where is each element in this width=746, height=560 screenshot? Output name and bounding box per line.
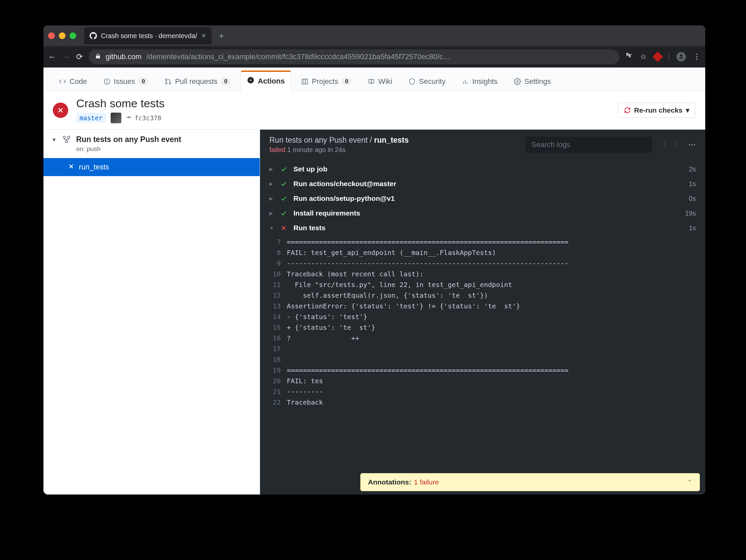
step-row[interactable]: ▶Run actions/checkout@master1s (260, 176, 705, 191)
rerun-checks-button[interactable]: Re-run checks ▾ (618, 102, 696, 118)
separator (669, 53, 669, 61)
new-tab-button[interactable]: + (219, 31, 224, 41)
nav-reload-icon[interactable]: ⟳ (76, 52, 83, 61)
bookmark-star-icon[interactable]: ☆ (640, 53, 647, 61)
url-bar[interactable]: github.com/dementevda/actions_ci_example… (89, 50, 619, 64)
close-tab-icon[interactable]: ✕ (201, 32, 206, 39)
search-logs-input[interactable] (525, 137, 653, 153)
tab-issues-label: Issues (114, 77, 135, 86)
breadcrumb-prefix: Run tests on any Push event / (269, 136, 374, 144)
log-line: 15+ {'status': 'te st'} (260, 322, 705, 333)
line-text: Traceback (most recent call last): (287, 269, 705, 279)
tab-settings-label: Settings (524, 77, 551, 86)
tab-projects-label: Projects (312, 77, 338, 86)
commit-link[interactable]: fc3c378 (126, 114, 162, 122)
profile-icon[interactable] (677, 52, 686, 61)
line-number: 14 (260, 312, 287, 322)
log-line: 9---------------------------------------… (260, 258, 705, 269)
line-number: 9 (260, 258, 287, 269)
disclosure-icon[interactable]: ▶ (269, 181, 274, 186)
window-minimize-icon[interactable] (59, 32, 65, 39)
svg-point-22 (65, 140, 68, 143)
tab-insights[interactable]: Insights (456, 72, 504, 91)
workflow-title: Run tests on any Push event (76, 135, 181, 144)
line-text: ----------------------------------------… (287, 258, 705, 269)
disclosure-icon[interactable]: ▼ (269, 225, 274, 231)
line-text: File "src/tests.py", line 22, in test_ge… (287, 279, 705, 290)
svg-point-5 (169, 83, 171, 84)
tab-actions-label: Actions (258, 77, 285, 86)
log-status-line: failed 1 minute ago in 24s (269, 146, 519, 154)
repo-nav: Code Issues 0 Pull requests 0 Actions Pr (44, 67, 705, 91)
branch-chip[interactable]: master (76, 113, 106, 123)
line-text: --------- (287, 386, 705, 397)
sidebar-job-run-tests[interactable]: run_tests (44, 158, 260, 176)
disclosure-icon[interactable]: ▶ (269, 210, 274, 216)
check-icon (280, 195, 287, 202)
extension-icon[interactable] (653, 52, 663, 62)
rerun-label: Re-run checks (634, 106, 683, 114)
svg-point-20 (63, 136, 65, 138)
step-row[interactable]: ▶Install requirements19s (260, 206, 705, 220)
browser-actions: ☆ ⋮ (625, 52, 700, 61)
kebab-menu-icon[interactable]: ⋮ (693, 53, 700, 61)
tab-code[interactable]: Code (53, 72, 93, 91)
disclosure-icon[interactable]: ▶ (269, 196, 274, 201)
tab-settings[interactable]: Settings (508, 72, 557, 91)
step-row[interactable]: ▶Set up job2s (260, 162, 705, 176)
tab-actions[interactable]: Actions (241, 70, 291, 91)
tab-wiki-label: Wiki (378, 77, 392, 86)
run-header: Crash some tests master fc3c378 Re-run c… (44, 91, 705, 130)
translate-icon[interactable] (625, 52, 633, 61)
line-text: Traceback (287, 397, 705, 408)
svg-point-2 (107, 83, 107, 83)
log-line: 14- {'status': 'test'} (260, 312, 705, 322)
next-result-icon[interactable]: 〉 (674, 140, 681, 150)
window-controls[interactable] (48, 32, 76, 39)
line-text: FAIL: tes (287, 376, 705, 386)
workflow-item[interactable]: ▼ Run tests on any Push event on: push (44, 130, 260, 158)
line-number: 15 (260, 322, 287, 333)
nav-back-icon[interactable]: ← (48, 52, 56, 61)
tab-insights-label: Insights (472, 77, 498, 86)
avatar[interactable] (111, 113, 121, 123)
line-text: self.assertEqual(r.json, {'status': 'te … (287, 290, 705, 301)
check-icon (280, 166, 287, 173)
status-badge-failed (53, 102, 68, 118)
annotations-failure-count: 1 failure (414, 478, 439, 486)
log-line: 17 (260, 344, 705, 354)
log-header: Run tests on any Push event / run_tests … (260, 130, 705, 160)
step-duration: 19s (685, 209, 696, 217)
step-row[interactable]: ▼Run tests1s (260, 220, 705, 235)
line-text: - {'status': 'test'} (287, 312, 705, 322)
chevron-down-icon[interactable]: ▼ (52, 137, 57, 143)
nav-forward-icon: → (62, 52, 70, 61)
browser-tabbar: Crash some tests · dementevda/ ✕ + (44, 25, 705, 46)
tab-title: Crash some tests · dementevda/ (101, 32, 197, 40)
tab-code-label: Code (69, 77, 87, 86)
step-duration: 1s (689, 224, 696, 232)
log-output[interactable]: 7=======================================… (260, 235, 705, 408)
tab-security[interactable]: Security (402, 72, 452, 91)
svg-rect-8 (302, 79, 308, 84)
workflow-sidebar: ▼ Run tests on any Push event on: push r… (44, 130, 260, 495)
line-number: 16 (260, 333, 287, 344)
line-text: AssertionError: {'status': 'test'} != {'… (287, 301, 705, 312)
pulls-count: 0 (221, 78, 231, 85)
annotations-banner[interactable]: Annotations: 1 failure ⌃ (360, 473, 700, 491)
tab-wiki[interactable]: Wiki (362, 72, 398, 91)
svg-point-14 (516, 81, 518, 83)
window-maximize-icon[interactable] (69, 32, 76, 39)
chevron-up-icon[interactable]: ⌃ (687, 478, 692, 486)
tab-issues[interactable]: Issues 0 (97, 72, 154, 91)
browser-tab[interactable]: Crash some tests · dementevda/ ✕ (84, 27, 211, 45)
disclosure-icon[interactable]: ▶ (269, 167, 274, 172)
step-name: Set up job (293, 165, 683, 173)
window-close-icon[interactable] (48, 32, 55, 39)
step-row[interactable]: ▶Run actions/setup-python@v10s (260, 191, 705, 206)
step-name: Run actions/checkout@master (293, 180, 683, 188)
tab-projects[interactable]: Projects 0 (295, 72, 357, 91)
log-menu-icon[interactable]: ⋯ (689, 140, 696, 149)
prev-result-icon[interactable]: 〈 (659, 140, 666, 150)
tab-pull-requests[interactable]: Pull requests 0 (159, 72, 237, 91)
